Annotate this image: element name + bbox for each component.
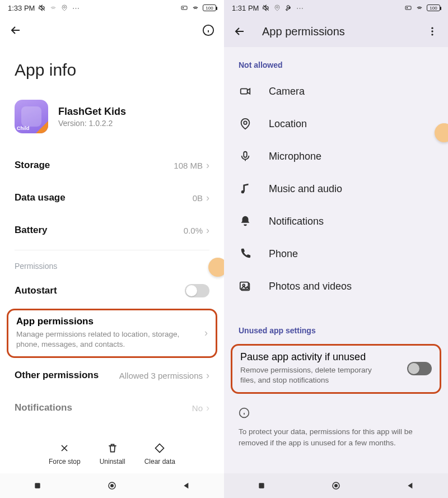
- app-summary: Child FlashGet Kids Version: 1.0.2.2: [0, 100, 224, 149]
- row-app-permissions-highlight[interactable]: App permissions Manage permissions relat…: [7, 309, 217, 358]
- svg-point-6: [277, 7, 278, 8]
- info-icon[interactable]: [200, 22, 216, 38]
- perm-camera[interactable]: Camera: [224, 75, 448, 108]
- info-icon: [224, 397, 448, 418]
- status-time: 1:31 PM: [232, 4, 259, 12]
- bottom-actions: Force stop Uninstall Clear data: [0, 433, 224, 473]
- row-notifications[interactable]: Notifications No›: [0, 392, 224, 424]
- row-battery[interactable]: Battery 0.0%›: [0, 214, 224, 246]
- page-title: App permissions: [262, 25, 345, 38]
- app-header: App permissions: [224, 16, 448, 47]
- right-phone-app-permissions: 1:31 PM ⋯ 100 App permissions: [224, 0, 448, 498]
- wifi-icon: [192, 4, 199, 12]
- trash-icon: [105, 441, 120, 455]
- nav-back-icon[interactable]: [181, 480, 192, 491]
- nav-recents-icon[interactable]: [256, 480, 267, 491]
- overflow-icon[interactable]: [424, 24, 440, 39]
- svg-point-0: [64, 7, 66, 8]
- microphone-icon: [239, 150, 252, 162]
- section-not-allowed: Not allowed: [224, 47, 448, 75]
- svg-rect-7: [405, 6, 411, 10]
- nav-home-icon[interactable]: [330, 480, 342, 491]
- perm-photos[interactable]: Photos and videos: [224, 270, 448, 302]
- perm-location[interactable]: Location: [224, 108, 448, 140]
- row-autostart[interactable]: Autostart: [0, 274, 224, 308]
- svg-point-9: [431, 30, 433, 32]
- info-list: Storage 108 MB› Data usage 0B› Battery 0…: [0, 149, 224, 424]
- svg-rect-3: [35, 483, 40, 488]
- app-icon: Child: [15, 100, 48, 133]
- chevron-right-icon: ›: [204, 327, 208, 339]
- close-icon: [57, 441, 72, 455]
- keyboard-ind-icon: [404, 4, 412, 12]
- mute-icon: [262, 4, 270, 12]
- wifi-icon: [416, 4, 423, 12]
- wifi-dim-icon: [49, 4, 57, 12]
- battery-icon: 100: [427, 4, 440, 11]
- more-status-icon: ⋯: [296, 4, 304, 12]
- location-small-icon: [60, 4, 68, 12]
- chevron-right-icon: ›: [206, 192, 209, 204]
- svg-point-10: [431, 34, 433, 35]
- location-small-icon: [273, 4, 281, 12]
- system-nav: [0, 473, 224, 498]
- left-phone-app-info: 1:33 PM ⋯ 100: [0, 0, 224, 498]
- row-pause-app-highlight[interactable]: Pause app activity if unused Remove perm…: [231, 344, 441, 394]
- perm-music[interactable]: Music and audio: [224, 173, 448, 205]
- row-data-usage[interactable]: Data usage 0B›: [0, 181, 224, 214]
- location-icon: [239, 118, 252, 130]
- status-bar: 1:31 PM ⋯ 100: [224, 0, 448, 16]
- status-bar: 1:33 PM ⋯ 100: [0, 0, 224, 16]
- svg-point-5: [111, 485, 114, 487]
- system-nav: [224, 473, 448, 498]
- perm-notifications[interactable]: Notifications: [224, 205, 448, 238]
- chevron-right-icon: ›: [206, 370, 209, 381]
- back-icon[interactable]: [8, 22, 24, 38]
- photos-icon: [239, 280, 252, 292]
- svg-rect-18: [259, 483, 264, 488]
- battery-icon: 100: [203, 4, 216, 11]
- svg-rect-1: [181, 6, 187, 10]
- mute-icon: [38, 4, 46, 12]
- divider: [15, 250, 209, 250]
- nav-recents-icon[interactable]: [32, 480, 43, 491]
- bell-icon: [239, 215, 252, 227]
- clear-data-button[interactable]: Clear data: [144, 441, 175, 466]
- perm-phone[interactable]: Phone: [224, 238, 448, 270]
- page-title: App info: [0, 45, 224, 100]
- app-version: Version: 1.0.2.2: [58, 119, 126, 128]
- chevron-right-icon: ›: [206, 225, 209, 236]
- svg-rect-11: [241, 89, 248, 94]
- phone-icon: [239, 248, 252, 260]
- status-time: 1:33 PM: [8, 4, 35, 12]
- app-header: [0, 16, 224, 45]
- camera-icon: [239, 85, 252, 97]
- perm-microphone[interactable]: Microphone: [224, 140, 448, 173]
- svg-point-20: [335, 485, 338, 487]
- music-icon: [239, 183, 252, 195]
- chevron-right-icon: ›: [206, 160, 209, 171]
- section-unused: Unused app settings: [224, 313, 448, 341]
- app-name: FlashGet Kids: [58, 106, 126, 118]
- autostart-toggle[interactable]: [185, 284, 209, 297]
- row-other-permissions[interactable]: Other permissions Allowed 3 permissions›: [0, 359, 224, 392]
- svg-rect-13: [244, 152, 247, 157]
- force-stop-button[interactable]: Force stop: [49, 441, 81, 466]
- wrench-icon: [284, 4, 292, 12]
- pause-toggle[interactable]: [407, 362, 432, 375]
- more-status-icon: ⋯: [72, 4, 80, 12]
- nav-home-icon[interactable]: [106, 480, 118, 491]
- footnote-text: To protect your data, permissions for th…: [224, 418, 448, 448]
- svg-point-8: [431, 27, 433, 29]
- nav-back-icon[interactable]: [405, 480, 416, 491]
- chevron-right-icon: ›: [206, 402, 209, 414]
- back-icon[interactable]: [232, 24, 248, 39]
- keyboard-ind-icon: [180, 4, 188, 12]
- uninstall-button[interactable]: Uninstall: [100, 441, 125, 466]
- row-storage[interactable]: Storage 108 MB›: [0, 149, 224, 181]
- eraser-icon: [152, 441, 167, 455]
- section-permissions: Permissions: [0, 254, 224, 274]
- svg-point-12: [244, 121, 247, 124]
